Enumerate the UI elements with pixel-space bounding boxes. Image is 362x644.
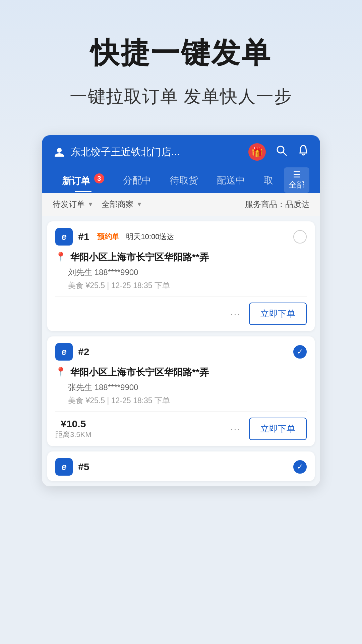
store-name[interactable]: 东北饺子王近铁北门店... (71, 145, 180, 159)
orders-container: e #1 预约单 明天10:00送达 📍 华阳小区上海市长宁区华阳路**弄 刘先… (42, 216, 320, 486)
filter-service: 服务商品：品质达 (245, 199, 309, 210)
order-checkbox-1[interactable] (293, 230, 307, 244)
store-info: 东北饺子王近铁北门店... (53, 145, 180, 159)
order-address-row-1: 📍 华阳小区上海市长宁区华阳路**弄 (55, 251, 307, 264)
location-pin-icon-2: 📍 (55, 367, 66, 377)
order-contact-1: 刘先生 188****9900 (68, 267, 307, 278)
order-checkbox-5[interactable]: ✓ (293, 460, 307, 474)
hero-subtitle: 一键拉取订单 发单快人一步 (70, 85, 292, 108)
order-logo-text-5: e (61, 462, 67, 472)
order-address-2: 华阳小区上海市长宁区华阳路**弄 (70, 366, 209, 379)
nav-tab-pick[interactable]: 取 (254, 169, 283, 192)
order-checkbox-2[interactable]: ✓ (293, 345, 307, 359)
svg-point-1 (277, 146, 284, 153)
search-icon[interactable] (275, 144, 288, 160)
app-header: 东北饺子王近铁北门店... 🎁 (42, 135, 320, 193)
order-distance-2: 距离3.5KM (55, 430, 92, 440)
nav-badge: 3 (94, 173, 104, 183)
svg-point-0 (57, 148, 62, 153)
filter-merchant-label: 全部商家 (102, 199, 134, 210)
nav-tab-pickup[interactable]: 待取货 (161, 169, 207, 192)
order-more-btn-2[interactable]: ··· (230, 424, 241, 434)
order-meta-2: 美食 ¥25.5 | 12-25 18:35 下单 (68, 395, 307, 406)
app-mockup: 东北饺子王近铁北门店... 🎁 (42, 135, 320, 486)
order-schedule-1: 明天10:00送达 (126, 232, 174, 242)
pending-arrow-icon: ▼ (87, 201, 94, 208)
gift-icon[interactable]: 🎁 (248, 143, 266, 161)
filter-pending-btn[interactable]: 待发订单 ▼ (53, 199, 94, 210)
filter-service-label: 服务商品：品质达 (245, 200, 309, 209)
filter-pending-label: 待发订单 (53, 199, 85, 210)
order-more-btn-1[interactable]: ··· (230, 309, 241, 319)
order-num-5: #5 (78, 461, 89, 473)
nav-all-button[interactable]: ☰ 全部 (284, 167, 309, 193)
nav-tab-pick-label: 取 (264, 175, 273, 185)
bell-icon[interactable] (297, 144, 309, 160)
nav-all-label: 全部 (289, 179, 305, 190)
filter-bar: 待发订单 ▼ 全部商家 ▼ 服务商品：品质达 (42, 193, 320, 216)
order-address-row-2: 📍 华阳小区上海市长宁区华阳路**弄 (55, 366, 307, 379)
order-card-1-header: e #1 预约单 明天10:00送达 (47, 221, 315, 251)
app-nav: 新订单 3 分配中 待取货 配送中 取 ☰ 全部 (53, 167, 309, 193)
nav-tab-new-orders[interactable]: 新订单 3 (53, 168, 114, 192)
location-pin-icon-1: 📍 (55, 252, 66, 262)
merchant-arrow-icon: ▼ (136, 201, 142, 208)
order-footer-left-2: ¥10.5 距离3.5KM (55, 418, 92, 440)
page-container: 快捷一键发单 一键拉取订单 发单快人一步 东北饺子王近铁北门店... 🎁 (0, 0, 362, 644)
svg-line-2 (283, 152, 287, 156)
nav-tab-delivering[interactable]: 配送中 (207, 169, 254, 192)
order-action-btn-2[interactable]: 立即下单 (249, 418, 307, 440)
nav-tab-new-orders-label: 新订单 (62, 176, 90, 186)
order-address-section-1: 📍 华阳小区上海市长宁区华阳路**弄 刘先生 188****9900 美食 ¥2… (47, 251, 315, 296)
order-num-2: #2 (78, 346, 89, 358)
order-action-btn-1[interactable]: 立即下单 (249, 303, 307, 325)
order-card-1: e #1 预约单 明天10:00送达 📍 华阳小区上海市长宁区华阳路**弄 刘先… (47, 221, 315, 331)
app-header-top: 东北饺子王近铁北门店... 🎁 (53, 143, 309, 161)
nav-tab-assigning-label: 分配中 (123, 175, 151, 185)
order-card-2: e #2 ✓ 📍 华阳小区上海市长宁区华阳路**弄 张先生 188****990… (47, 336, 315, 446)
nav-tab-assigning[interactable]: 分配中 (114, 169, 161, 192)
order-card-2-header: e #2 ✓ (47, 336, 315, 366)
hero-title: 快捷一键发单 (90, 34, 272, 73)
order-tag-1: 预约单 (97, 232, 119, 242)
order-contact-2: 张先生 188****9900 (68, 382, 307, 393)
order-logo-1: e (55, 228, 73, 246)
nav-tab-delivering-label: 配送中 (217, 175, 245, 185)
order-logo-2: e (55, 343, 73, 361)
order-meta-1: 美食 ¥25.5 | 12-25 18:35 下单 (68, 280, 307, 291)
order-card-5-header: e #5 ✓ (47, 451, 315, 481)
order-price-2: ¥10.5 (61, 418, 86, 430)
order-logo-text-1: e (61, 231, 67, 242)
order-card-footer-1: ··· 立即下单 (47, 297, 315, 331)
nav-tab-pickup-label: 待取货 (170, 175, 198, 185)
filter-merchant-btn[interactable]: 全部商家 ▼ (102, 199, 142, 210)
user-icon (53, 145, 66, 159)
order-card-footer-2: ¥10.5 距离3.5KM ··· 立即下单 (47, 412, 315, 446)
order-card-5: e #5 ✓ (47, 451, 315, 481)
nav-all-icon: ☰ (293, 170, 301, 179)
order-num-1: #1 (78, 231, 89, 243)
filter-left: 待发订单 ▼ 全部商家 ▼ (53, 199, 142, 210)
order-address-1: 华阳小区上海市长宁区华阳路**弄 (70, 251, 209, 264)
order-logo-text-2: e (61, 346, 67, 357)
header-icons: 🎁 (248, 143, 309, 161)
order-address-section-2: 📍 华阳小区上海市长宁区华阳路**弄 张先生 188****9900 美食 ¥2… (47, 366, 315, 411)
order-logo-5: e (55, 458, 73, 476)
